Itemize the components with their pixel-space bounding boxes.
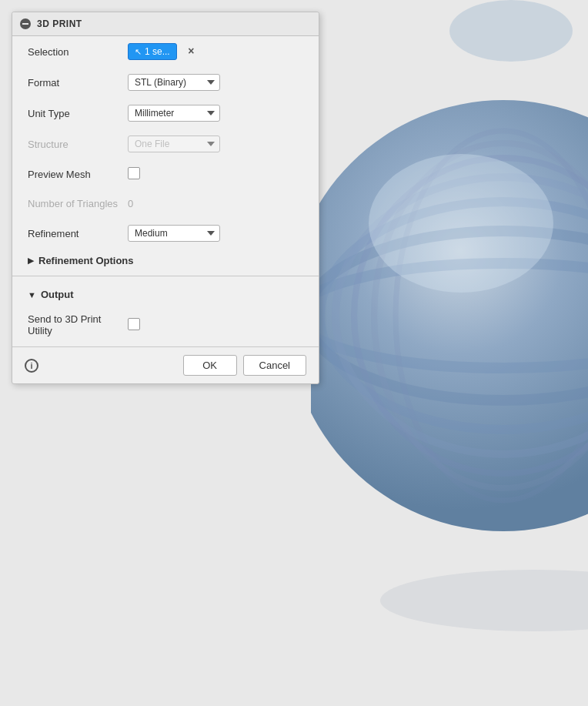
format-row: Format STL (Binary) STL (ASCII) VRML 3MF — [12, 67, 319, 98]
structure-row: Structure One File — [12, 129, 319, 159]
send-utility-row: Send to 3D Print Utility — [12, 306, 319, 343]
cursor-icon: ↖ — [135, 47, 142, 57]
sphere-top-detail — [449, 0, 573, 62]
triangles-row: Number of Triangles 0 — [12, 189, 319, 218]
output-header[interactable]: ▼ Output — [12, 283, 319, 306]
preview-mesh-label: Preview Mesh — [28, 169, 128, 180]
output-title: Output — [41, 289, 74, 300]
format-value-container: STL (Binary) STL (ASCII) VRML 3MF — [128, 74, 303, 91]
info-symbol: i — [30, 361, 32, 370]
refinement-select[interactable]: Coarse Medium Fine Custom — [128, 225, 220, 242]
preview-mesh-checkbox[interactable] — [128, 167, 140, 179]
refinement-value-container: Coarse Medium Fine Custom — [128, 225, 303, 242]
send-utility-checkbox[interactable] — [128, 318, 140, 330]
refinement-row: Refinement Coarse Medium Fine Custom — [12, 218, 319, 249]
dialog-footer: i OK Cancel — [12, 346, 319, 383]
send-utility-label: Send to 3D Print Utility — [28, 313, 128, 336]
selection-clear-button[interactable]: × — [184, 44, 198, 58]
cancel-button[interactable]: Cancel — [243, 355, 306, 376]
section-divider — [12, 276, 319, 276]
minimize-icon[interactable] — [20, 18, 31, 29]
ok-button[interactable]: OK — [183, 355, 237, 376]
sphere-shadow — [380, 570, 588, 631]
selection-row: Selection ↖ 1 se... × — [12, 36, 319, 67]
refinement-options-arrow: ▶ — [28, 256, 34, 266]
preview-mesh-value-container — [128, 167, 303, 182]
refinement-options-title: Refinement Options — [38, 255, 134, 266]
dialog-panel: 3D PRINT Selection ↖ 1 se... × Format ST… — [12, 12, 319, 384]
refinement-label: Refinement — [28, 228, 128, 239]
info-button[interactable]: i — [25, 359, 38, 373]
unit-type-label: Unit Type — [28, 108, 128, 119]
dialog-header: 3D PRINT — [12, 12, 319, 36]
selection-button[interactable]: ↖ 1 se... — [128, 43, 177, 60]
dialog-body: Selection ↖ 1 se... × Format STL (Binary… — [12, 36, 319, 346]
output-arrow: ▼ — [28, 290, 36, 299]
triangles-value: 0 — [128, 198, 133, 209]
structure-value-container: One File — [128, 136, 303, 152]
unit-type-select[interactable]: Millimeter Centimeter Inch Foot — [128, 105, 220, 122]
refinement-options-header[interactable]: ▶ Refinement Options — [12, 249, 319, 273]
sphere-highlight — [369, 154, 553, 293]
unit-type-row: Unit Type Millimeter Centimeter Inch Foo… — [12, 98, 319, 129]
selection-value-container: ↖ 1 se... × — [128, 43, 303, 60]
structure-label: Structure — [28, 139, 128, 150]
unit-type-value-container: Millimeter Centimeter Inch Foot — [128, 105, 303, 122]
triangles-value-container: 0 — [128, 198, 303, 209]
format-label: Format — [28, 77, 128, 89]
preview-mesh-row: Preview Mesh — [12, 159, 319, 189]
output-section: ▼ Output Send to 3D Print Utility — [12, 279, 319, 346]
triangles-label: Number of Triangles — [28, 198, 128, 209]
dialog-title: 3D PRINT — [37, 18, 82, 29]
selection-text: 1 se... — [145, 46, 170, 57]
send-utility-value-container — [128, 318, 303, 333]
selection-label: Selection — [28, 46, 128, 58]
format-select[interactable]: STL (Binary) STL (ASCII) VRML 3MF — [128, 74, 220, 91]
structure-select: One File — [128, 136, 220, 152]
